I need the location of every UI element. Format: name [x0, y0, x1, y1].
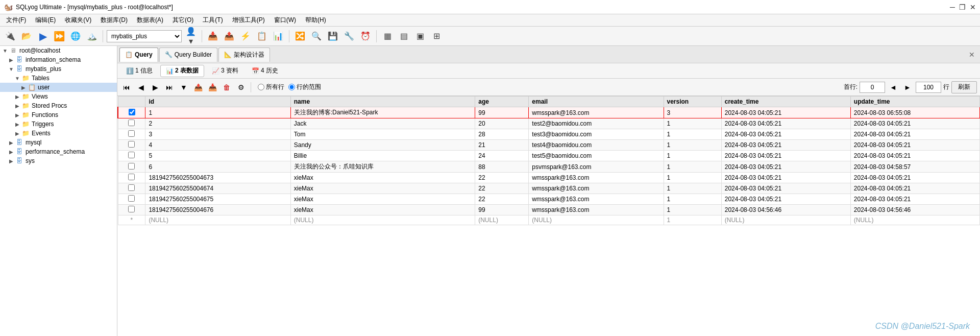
table-row[interactable]: 3Tom28test3@baomidou.com12024-08-03 04:0… — [118, 129, 980, 140]
range-option[interactable]: 行的范围 — [288, 83, 321, 91]
cell-age[interactable]: 99 — [475, 107, 529, 118]
table-row[interactable]: *(NULL)(NULL)(NULL)(NULL)1(NULL)(NULL) — [118, 215, 980, 225]
grid-btn2[interactable]: ▤ — [397, 29, 411, 43]
table-btn2[interactable]: 📊 — [271, 29, 285, 43]
cell-name[interactable]: xieMax — [290, 173, 475, 183]
cell-id[interactable]: 1819427560255004675 — [145, 194, 290, 205]
sidebar-item-mybatis-plus[interactable]: ▼ 🗄 mybatis_plus — [0, 64, 117, 74]
page-back-btn[interactable]: ◄ — [887, 81, 899, 93]
row-checkbox[interactable] — [129, 109, 135, 115]
cell-update_time[interactable]: 2024-08-03 04:56:46 — [850, 205, 979, 215]
cell-id[interactable]: 1819427560255004673 — [145, 173, 290, 183]
cell-name[interactable]: Tom — [290, 129, 475, 140]
cell-email[interactable]: wmsspark@163.com — [529, 183, 664, 194]
sidebar-item-stored-procs[interactable]: ▶ 📁 Stored Procs — [0, 101, 117, 110]
cell-name[interactable]: Jack — [290, 118, 475, 129]
cell-version[interactable]: 1 — [664, 173, 721, 183]
sidebar-item-events[interactable]: ▶ 📁 Events — [0, 129, 117, 138]
cell-age[interactable]: 99 — [475, 205, 529, 215]
table-row[interactable]: 1819427560255004676xieMax99wmsspark@163.… — [118, 205, 980, 215]
table-row[interactable]: 4Sandy21test4@baomidou.com12024-08-03 04… — [118, 140, 980, 151]
cell-age[interactable]: 24 — [475, 151, 529, 161]
run-button[interactable]: ▶ — [36, 29, 50, 43]
cell-email[interactable]: wmsspark@163.com — [529, 173, 664, 183]
all-rows-option[interactable]: 所有行 — [258, 83, 284, 91]
cell-id[interactable]: (NULL) — [145, 215, 290, 225]
col-email[interactable]: email — [529, 97, 664, 107]
table-row[interactable]: 1819427560255004674xieMax22wmsspark@163.… — [118, 183, 980, 194]
refresh-schema-button[interactable]: 🌐 — [68, 29, 83, 43]
cell-name[interactable]: (NULL) — [290, 215, 475, 225]
schedule-button[interactable]: ⏰ — [358, 29, 373, 43]
cell-create_time[interactable]: 2024-08-03 04:05:21 — [721, 140, 850, 151]
cell-email[interactable]: wmsspark@163.com — [529, 107, 664, 118]
cell-version[interactable]: 3 — [664, 107, 721, 118]
menu-tools[interactable]: 工具(T) — [199, 15, 227, 26]
row-checkbox[interactable] — [128, 163, 135, 170]
sidebar-item-tables-folder[interactable]: ▼ 📁 Tables — [0, 74, 117, 83]
refresh-data-button[interactable]: 刷新 — [951, 81, 977, 93]
dt-prev-btn[interactable]: ◀ — [135, 81, 147, 93]
database-selector[interactable]: mybatis_plus information_schema mysql pe… — [107, 30, 182, 42]
sub-tab-data3[interactable]: 📈 3 资料 — [206, 65, 244, 77]
cell-age[interactable]: 28 — [475, 129, 529, 140]
col-version[interactable]: version — [664, 97, 721, 107]
new-connection-button[interactable]: 🔌 — [3, 29, 17, 43]
user-dropdown-button[interactable]: 👤▾ — [184, 29, 198, 43]
row-count-input[interactable] — [916, 82, 941, 93]
cell-create_time[interactable]: 2024-08-03 04:05:21 — [721, 151, 850, 161]
cell-create_time[interactable]: 2024-08-03 04:05:21 — [721, 118, 850, 129]
cell-age[interactable]: 20 — [475, 118, 529, 129]
first-row-input[interactable] — [860, 82, 885, 93]
cell-email[interactable]: test4@baomidou.com — [529, 140, 664, 151]
cell-age[interactable]: (NULL) — [475, 215, 529, 225]
cell-update_time[interactable]: 2024-08-03 04:05:21 — [850, 140, 979, 151]
cell-name[interactable]: 关注我的公众号：爪哇知识库 — [290, 161, 475, 173]
table-row[interactable]: 1819427560255004675xieMax22wmsspark@163.… — [118, 194, 980, 205]
export-button[interactable]: 📤 — [222, 29, 236, 43]
col-name[interactable]: name — [290, 97, 475, 107]
cell-age[interactable]: 88 — [475, 161, 529, 173]
minimize-button[interactable]: ─ — [950, 3, 955, 11]
cell-age[interactable]: 22 — [475, 183, 529, 194]
cell-email[interactable]: test5@baomidou.com — [529, 151, 664, 161]
col-update-time[interactable]: update_time — [850, 97, 979, 107]
menu-database[interactable]: 数据库(D) — [96, 15, 132, 26]
cell-version[interactable]: 1 — [664, 194, 721, 205]
cell-version[interactable]: 1 — [664, 161, 721, 173]
cell-email[interactable]: test2@baomidou.com — [529, 118, 664, 129]
cell-age[interactable]: 21 — [475, 140, 529, 151]
row-checkbox[interactable] — [128, 119, 135, 126]
col-age[interactable]: age — [475, 97, 529, 107]
cell-version[interactable]: 1 — [664, 118, 721, 129]
cell-id[interactable]: 1 — [145, 107, 290, 118]
cell-create_time[interactable]: 2024-08-03 04:56:46 — [721, 205, 850, 215]
col-create-time[interactable]: create_time — [721, 97, 850, 107]
menu-help[interactable]: 帮助(H) — [301, 15, 330, 26]
grid-btn3[interactable]: ▣ — [413, 29, 427, 43]
row-checkbox[interactable] — [128, 184, 135, 191]
cell-update_time[interactable]: 2024-08-03 04:05:21 — [850, 151, 979, 161]
cell-create_time[interactable]: 2024-08-03 04:05:21 — [721, 161, 850, 173]
cell-update_time[interactable]: 2024-08-03 04:05:21 — [850, 194, 979, 205]
sub-tab-table-data[interactable]: 📊 2 表数据 — [160, 65, 204, 77]
sidebar-item-mysql[interactable]: ▶ 🗄 mysql — [0, 138, 117, 147]
cell-name[interactable]: 关注我的博客:Daniel521-Spark — [290, 107, 475, 118]
backup-button[interactable]: 💾 — [326, 29, 340, 43]
dt-import-btn[interactable]: 📥 — [206, 81, 218, 93]
menu-edit[interactable]: 编辑(E) — [31, 15, 60, 26]
cell-id[interactable]: 1819427560255004676 — [145, 205, 290, 215]
cell-update_time[interactable]: 2024-08-03 04:05:21 — [850, 173, 979, 183]
sub-tab-history[interactable]: 📅 4 历史 — [246, 65, 284, 77]
sidebar-item-views[interactable]: ▶ 📁 Views — [0, 92, 117, 101]
sidebar-item-triggers[interactable]: ▶ 📁 Triggers — [0, 119, 117, 129]
tab-query-builder[interactable]: 🔧 Query Builder — [159, 47, 217, 62]
maximize-button[interactable]: ❐ — [959, 3, 966, 11]
cell-id[interactable]: 1819427560255004674 — [145, 183, 290, 194]
table-row[interactable]: 1关注我的博客:Daniel521-Spark99wmsspark@163.co… — [118, 107, 980, 118]
cell-create_time[interactable]: 2024-08-03 04:05:21 — [721, 107, 850, 118]
sidebar-root[interactable]: ▼ 🖥 root@localhost — [0, 46, 117, 55]
dt-export-btn[interactable]: 📤 — [192, 81, 204, 93]
menu-other[interactable]: 其它(O) — [168, 15, 198, 26]
table-btn1[interactable]: 📋 — [255, 29, 269, 43]
